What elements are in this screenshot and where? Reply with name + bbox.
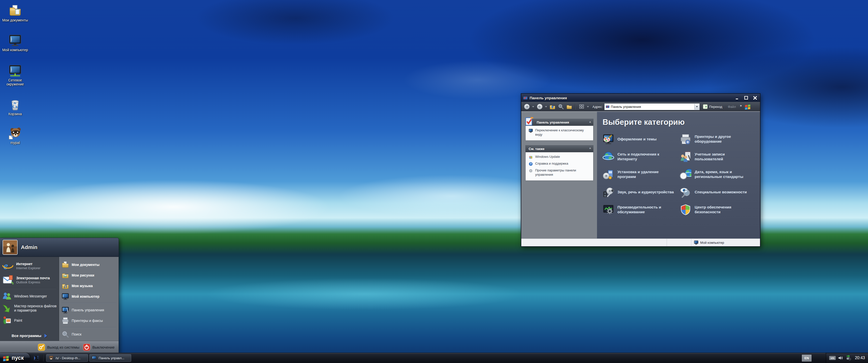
category-label: Производительность и обслуживание — [617, 205, 674, 214]
address-item-icon — [606, 105, 610, 109]
sidebar-box-header[interactable]: Панель управления ^ — [526, 119, 593, 126]
sidebar-box-see-also: См. также ^ Windows Update — [525, 145, 593, 181]
taskbar-separator — [43, 355, 43, 362]
address-value: Панель управления — [611, 105, 693, 109]
log-off-button[interactable]: Выход из системы — [38, 343, 80, 351]
up-button[interactable] — [549, 103, 556, 110]
desktop-icon-label: Мой компьютер — [2, 48, 28, 52]
category-accessibility[interactable]: Специальные возможности — [680, 185, 757, 199]
other-control-panel-options-link[interactable]: Прочие параметры панели управления — [529, 168, 591, 177]
network-share-tray-icon[interactable] — [845, 355, 851, 361]
close-button[interactable] — [751, 95, 758, 101]
vmware-tools-tray-icon[interactable]: vm — [829, 356, 836, 360]
start-place-label: Панель управления — [72, 308, 104, 312]
date-time-language-icon — [680, 169, 691, 180]
shutdown-button[interactable]: Выключение — [83, 343, 115, 351]
start-menu-header: Admin — [0, 238, 119, 257]
task-sidebar: Панель управления ^ Переключение к класс… — [521, 112, 597, 238]
back-button[interactable] — [523, 103, 530, 110]
start-item-internet[interactable]: e Интернет Internet Explorer — [0, 259, 59, 273]
start-place-label: Поиск — [72, 332, 82, 336]
shutdown-power-icon — [83, 343, 90, 351]
start-place-my-pictures[interactable]: Мои рисунки — [59, 270, 119, 280]
category-printers-hardware[interactable]: Принтеры и другое оборудование — [680, 132, 757, 146]
mypal-icon — [8, 127, 22, 140]
task-button-control-panel[interactable]: Панель управл... — [89, 354, 131, 362]
views-button[interactable] — [578, 103, 585, 110]
desktop-icon-mypal[interactable]: mypal — [2, 127, 28, 145]
toolbar-overflow-chevron[interactable]: » — [740, 104, 742, 107]
explorer-toolbar: Адрес: Панель управления Переход Файл » — [521, 102, 760, 112]
task-button-label: Панель управл... — [99, 356, 124, 360]
my-documents-icon — [62, 261, 69, 268]
start-item-paint[interactable]: Paint — [0, 315, 59, 326]
collapse-chevron-icon[interactable]: ^ — [589, 121, 591, 124]
category-sounds-speech-audio[interactable]: Звук, речь и аудиоустройства — [602, 185, 680, 199]
user-avatar — [2, 240, 18, 255]
back-dropdown-caret[interactable] — [532, 106, 534, 107]
language-indicator[interactable]: EN — [802, 355, 811, 362]
category-performance-maintenance[interactable]: Производительность и обслуживание — [602, 203, 680, 217]
address-dropdown-button[interactable] — [694, 104, 700, 110]
task-button-mypal[interactable]: /s/ - Desktop-th... — [46, 354, 88, 362]
category-grid: Оформление и темы Принтеры и другое обор… — [602, 132, 760, 217]
status-pane-mid — [667, 239, 691, 246]
all-programs-label: Все программы — [11, 333, 41, 338]
category-network-internet[interactable]: Сеть и подключения к Интернету — [602, 150, 680, 164]
start-item-transfer-wizard[interactable]: Мастер переноса файлов и параметров — [0, 302, 59, 315]
windows-update-link[interactable]: Windows Update — [529, 155, 591, 159]
desktop-icon-recycle-bin[interactable]: Корзина — [2, 98, 28, 116]
status-pane-zone: Мой компьютер — [691, 240, 760, 245]
desktop-icon-label: Корзина — [8, 112, 22, 116]
start-place-label: Мой компьютер — [72, 294, 99, 298]
collapse-chevron-icon[interactable]: ^ — [589, 147, 591, 150]
menu-file[interactable]: Файл — [725, 105, 738, 109]
windows-flag-icon — [2, 355, 9, 362]
start-menu-separator — [2, 288, 56, 289]
views-dropdown-caret[interactable] — [587, 106, 589, 107]
start-menu-separator — [62, 327, 116, 328]
category-add-remove-programs[interactable]: Установка и удаление программ — [602, 168, 680, 181]
desktop-icon-my-computer[interactable]: Мой компьютер — [2, 34, 28, 52]
desktop-icon-label: mypal — [10, 141, 20, 145]
forward-dropdown-caret[interactable] — [545, 106, 547, 107]
category-label: Учетные записи пользователей — [695, 152, 751, 162]
start-button[interactable]: пуск — [0, 353, 30, 363]
desktop-icon-my-documents[interactable]: Мои документы — [2, 4, 28, 22]
files-transfer-wizard-icon — [2, 303, 11, 313]
start-place-my-music[interactable]: Моя музыка — [59, 280, 119, 291]
start-place-label: Принтеры и факсы — [72, 319, 103, 323]
taskbar-clock[interactable]: 20:43 — [855, 356, 865, 360]
help-support-link[interactable]: ? Справка и поддержка — [529, 162, 591, 166]
category-date-time-language[interactable]: Дата, время, язык и региональные стандар… — [680, 168, 757, 181]
start-item-windows-messenger[interactable]: Windows Messenger — [0, 290, 59, 302]
category-appearance-themes[interactable]: Оформление и темы — [602, 132, 680, 146]
status-bar: Мой компьютер — [521, 238, 760, 246]
start-item-email[interactable]: Электронная почта Outlook Express — [0, 273, 59, 287]
minimize-button[interactable] — [734, 95, 741, 101]
volume-tray-icon[interactable] — [838, 355, 843, 361]
address-combo[interactable]: Панель управления — [604, 103, 700, 110]
start-place-my-documents[interactable]: Мои документы — [59, 259, 119, 270]
start-place-search[interactable]: Поиск — [59, 329, 119, 339]
sidebar-box-header[interactable]: См. также ^ — [526, 145, 593, 152]
desktop-icon-network-places[interactable]: Сетевое окружение — [2, 64, 28, 86]
start-place-printers-faxes[interactable]: Принтеры и факсы — [59, 316, 119, 326]
start-place-my-computer[interactable]: Мой компьютер — [59, 291, 119, 302]
outlook-express-icon — [2, 274, 13, 286]
go-button[interactable]: Переход — [701, 104, 724, 109]
category-security-center[interactable]: Центр обеспечения безопасности — [680, 203, 757, 217]
switch-to-classic-view-link[interactable]: Переключение к классическому виду — [529, 128, 591, 137]
maximize-button[interactable] — [743, 95, 750, 101]
folders-button[interactable] — [566, 103, 572, 110]
all-programs-button[interactable]: Все программы — [0, 331, 59, 341]
quick-launch-app-icon[interactable] — [33, 355, 39, 361]
address-label: Адрес: — [592, 105, 603, 109]
start-place-control-panel[interactable]: Панель управления — [59, 305, 119, 316]
start-place-label: Мои документы — [72, 263, 99, 267]
forward-button[interactable] — [536, 103, 543, 110]
window-titlebar[interactable]: Панель управления — [521, 94, 760, 102]
search-button[interactable] — [557, 103, 564, 110]
user-accounts-icon — [680, 151, 691, 163]
category-user-accounts[interactable]: Учетные записи пользователей — [680, 150, 757, 164]
